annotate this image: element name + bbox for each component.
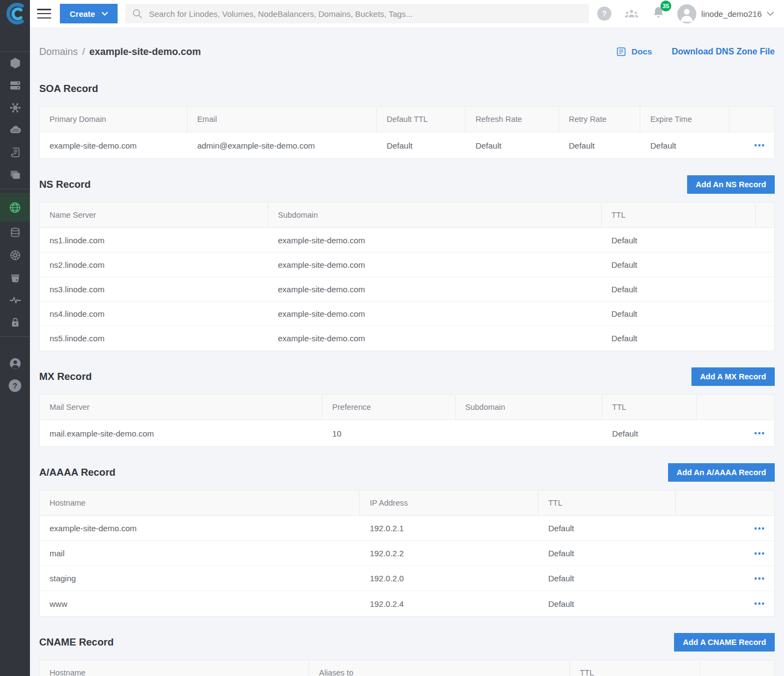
actions-cell: ••• xyxy=(697,420,774,446)
table-row: ns2.linode.comexample-site-demo.comDefau… xyxy=(40,253,774,277)
table-row: www192.0.2.4Default••• xyxy=(40,591,774,616)
row-actions-button[interactable]: ••• xyxy=(753,522,767,535)
table-cell: Default xyxy=(602,228,756,253)
table-cell: ns5.linode.com xyxy=(40,326,268,351)
help-button[interactable]: ? xyxy=(597,7,611,21)
docs-link-label: Docs xyxy=(632,47,652,57)
actions-cell xyxy=(756,277,774,302)
table-header-row: HostnameAliases toTTL xyxy=(40,660,774,676)
sidebar-item-databases[interactable] xyxy=(0,222,30,244)
sidebar-item-help[interactable]: ? xyxy=(0,374,30,397)
linode-logo[interactable] xyxy=(0,0,30,27)
add-ns-record-button[interactable]: Add An NS Record xyxy=(687,175,775,194)
ns-record-section: NS Record Add An NS Record Name ServerSu… xyxy=(39,175,775,351)
sidebar-item-nodebalancers[interactable] xyxy=(0,96,30,119)
breadcrumb-domains-link[interactable]: Domains xyxy=(39,46,78,58)
table-cell: Default xyxy=(602,326,756,351)
help-icon: ? xyxy=(9,379,21,392)
row-actions-button[interactable]: ••• xyxy=(753,597,767,610)
table-cell: 192.0.2.4 xyxy=(360,591,538,616)
community-button[interactable] xyxy=(623,7,640,20)
column-header: Preference xyxy=(322,395,455,420)
username-label: linode_demo216 xyxy=(701,9,762,19)
sidebar-item-object-storage[interactable] xyxy=(0,266,30,288)
hamburger-icon xyxy=(37,9,51,10)
create-button[interactable]: Create xyxy=(60,4,118,23)
table-cell: Default xyxy=(538,516,676,541)
add-a-aaaa-record-button[interactable]: Add An A/AAAA Record xyxy=(668,463,775,482)
sidebar-item-firewalls[interactable] xyxy=(0,119,30,141)
table-cell: Default xyxy=(602,253,756,277)
table-row: example-site-demo.com192.0.2.1Default••• xyxy=(40,516,774,541)
mx-section-title: MX Record xyxy=(39,371,92,383)
table-cell: Default xyxy=(538,541,676,566)
cname-record-section: CNAME Record Add A CNAME Record Hostname… xyxy=(39,633,775,676)
actions-cell: ••• xyxy=(676,541,774,566)
sidebar-item-volumes[interactable] xyxy=(0,74,30,96)
table-row: ns4.linode.comexample-site-demo.comDefau… xyxy=(40,302,774,326)
table-cell: Default xyxy=(559,132,641,158)
notifications-button[interactable]: 35 xyxy=(652,5,665,22)
table-cell: example-site-demo.com xyxy=(268,277,602,302)
sidebar-item-domains[interactable] xyxy=(0,193,30,222)
table-header-row: Name ServerSubdomainTTL xyxy=(40,202,774,228)
actions-cell: ••• xyxy=(676,516,774,541)
sidebar-item-longview[interactable] xyxy=(0,288,30,311)
volumes-icon xyxy=(9,79,22,92)
docs-link[interactable]: Docs xyxy=(616,46,652,57)
table-row: mail192.0.2.2Default••• xyxy=(40,541,774,566)
table-cell: 10 xyxy=(322,420,455,446)
column-header-actions xyxy=(756,202,774,228)
add-mx-record-button[interactable]: Add A MX Record xyxy=(691,367,775,386)
column-header: Default TTL xyxy=(377,107,465,132)
user-menu-button[interactable]: linode_demo216 xyxy=(677,4,774,23)
sidebar-item-linodes[interactable] xyxy=(0,52,30,74)
mx-record-section: MX Record Add A MX Record Mail ServerPre… xyxy=(39,367,775,447)
linodes-icon xyxy=(9,57,22,70)
object-storage-bucket-icon xyxy=(9,271,22,284)
table-cell: 192.0.2.1 xyxy=(360,516,538,541)
sidebar-item-stackscripts[interactable] xyxy=(0,141,30,163)
managed-lock-icon xyxy=(9,316,22,329)
actions-cell xyxy=(756,228,774,253)
row-actions-button[interactable]: ••• xyxy=(753,547,767,560)
page-header-row: Domains / example-site-demo.com Docs xyxy=(39,44,775,60)
sidebar: ? xyxy=(0,0,30,676)
column-header: TTL xyxy=(602,202,756,228)
table-cell: Default xyxy=(465,132,559,158)
search-input[interactable] xyxy=(148,9,583,19)
sidebar-item-account[interactable] xyxy=(0,352,30,374)
docs-icon xyxy=(616,46,627,57)
a-aaaa-section-title: A/AAAA Record xyxy=(39,466,115,478)
search-icon xyxy=(132,8,143,19)
column-header-actions xyxy=(676,490,774,516)
table-cell: admin@example-site-demo.com xyxy=(187,132,377,158)
row-actions-button[interactable]: ••• xyxy=(753,572,767,585)
table-cell: example-site-demo.com xyxy=(268,302,602,326)
sidebar-item-kubernetes[interactable] xyxy=(0,244,30,266)
soa-record-section: SOA Record Primary DomainEmailDefault TT… xyxy=(39,79,775,159)
table-cell: Default xyxy=(377,132,465,158)
chevron-down-icon xyxy=(767,11,774,16)
download-dns-zone-file-link[interactable]: Download DNS Zone File xyxy=(672,47,775,57)
table-cell: ns1.linode.com xyxy=(40,228,268,253)
table-cell: mail.example-site-demo.com xyxy=(40,420,322,446)
row-actions-button[interactable]: ••• xyxy=(753,427,767,440)
hamburger-menu-button[interactable] xyxy=(37,9,51,19)
column-header: Expire Time xyxy=(640,107,729,132)
sidebar-item-images[interactable] xyxy=(0,163,30,186)
question-mark-icon: ? xyxy=(602,9,607,18)
column-header: Mail Server xyxy=(40,395,322,420)
main-area: Create ? xyxy=(30,0,784,676)
table-cell: Default xyxy=(602,302,756,326)
table-cell: example-site-demo.com xyxy=(40,132,187,158)
chevron-down-icon xyxy=(102,12,108,16)
sidebar-item-managed[interactable] xyxy=(0,311,30,333)
column-header: Aliases to xyxy=(309,660,570,676)
add-cname-record-button[interactable]: Add A CNAME Record xyxy=(674,633,775,652)
column-header: Subdomain xyxy=(268,202,602,228)
row-actions-button[interactable]: ••• xyxy=(753,139,767,152)
doc-links: Docs Download DNS Zone File xyxy=(616,46,775,57)
table-cell: staging xyxy=(40,566,360,591)
actions-cell xyxy=(756,326,774,351)
